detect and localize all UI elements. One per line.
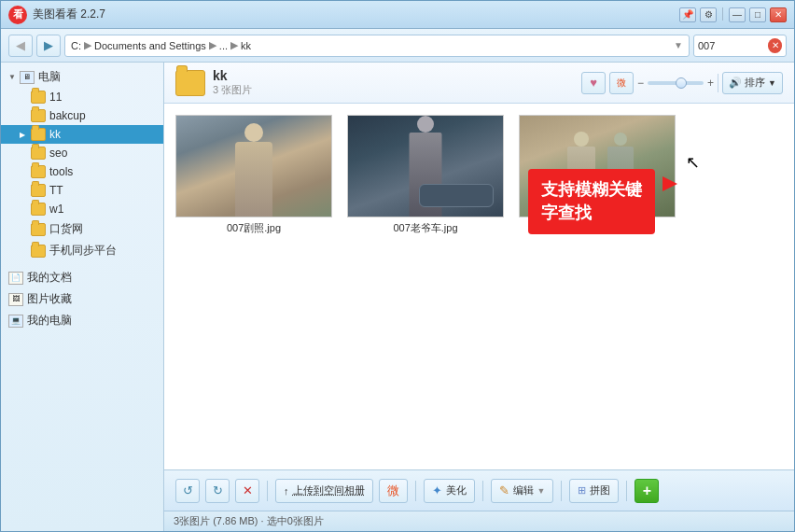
main-window: 看 美图看看 2.2.7 📌 ⚙ — □ ✕ ◀ ▶ C: ▶ Document… xyxy=(0,0,795,532)
bottom-toolbar: ↺ ↻ ✕ ↑ 上传到空间相册 微 ✦ 美化 ✎ xyxy=(164,469,794,511)
sidebar-item-tools[interactable]: tools xyxy=(1,162,163,181)
sidebar-item-label: 我的文档 xyxy=(27,270,72,286)
image-thumb-2 xyxy=(347,115,504,217)
breadcrumb-docs: Documents and Settings xyxy=(94,40,206,51)
back-button[interactable]: ◀ xyxy=(8,35,33,57)
folder-count: 3 张图片 xyxy=(213,83,252,97)
toolbar-forward-button[interactable]: ↻ xyxy=(205,479,230,503)
search-clear-button[interactable]: ✕ xyxy=(768,38,782,53)
breadcrumb-ellipsis: ... xyxy=(219,40,228,51)
beautify-label: 美化 xyxy=(446,483,467,497)
breadcrumb-bar[interactable]: C: ▶ Documents and Settings ▶ ... ▶ kk ▼ xyxy=(64,35,690,57)
folder-name: kk xyxy=(213,68,252,83)
sidebar-item-kk[interactable]: ▶ kk xyxy=(1,125,163,144)
sidebar-item-computer-label: 电脑 xyxy=(38,69,61,85)
sidebar-item-tt[interactable]: TT xyxy=(1,181,163,200)
sort-button[interactable]: 🔊 排序 ▼ xyxy=(722,72,783,94)
forward-button[interactable]: ▶ xyxy=(36,35,61,57)
folder-icon xyxy=(31,147,46,160)
tooltip-overlay: 支持模糊关键 字查找 ↖ xyxy=(528,169,655,234)
mosaic-label: 拼图 xyxy=(590,483,610,497)
tooltip-box: 支持模糊关键 字查找 xyxy=(528,169,655,234)
pin-button[interactable]: 📌 xyxy=(679,7,696,22)
sidebar-item-w1[interactable]: w1 xyxy=(1,200,163,218)
sidebar-item-computer[interactable]: ▼ 🖥 电脑 xyxy=(1,66,163,88)
sidebar-item-label: bakcup xyxy=(49,109,86,122)
sidebar-item-label: 图片收藏 xyxy=(27,291,72,307)
beautify-button[interactable]: ✦ 美化 xyxy=(424,479,475,503)
sidebar-item-kouhuo[interactable]: 口货网 xyxy=(1,218,163,240)
breadcrumb-sep2: ▶ xyxy=(209,39,216,51)
image-item-2[interactable]: 007老爷车.jpg xyxy=(347,115,504,235)
toolbar-sep2 xyxy=(415,481,416,501)
image-item-1[interactable]: 007剧照.jpg xyxy=(175,115,332,235)
folder-icon xyxy=(31,184,46,197)
toolbar-sep4 xyxy=(561,481,562,501)
sidebar-item-pic-favorites[interactable]: 🖼 图片收藏 xyxy=(1,288,163,310)
my-computer-icon: 💻 xyxy=(8,315,23,328)
toolbar-delete-button[interactable]: ✕ xyxy=(235,479,259,503)
upload-button[interactable]: ↑ 上传到空间相册 xyxy=(275,479,373,503)
upload-icon: ↑ xyxy=(284,485,289,497)
beautify-icon: ✦ xyxy=(432,483,442,497)
sidebar-item-label: 11 xyxy=(49,91,62,104)
expand-icon: ▼ xyxy=(8,73,16,81)
sidebar-item-label: w1 xyxy=(49,203,63,216)
navbar: ◀ ▶ C: ▶ Documents and Settings ▶ ... ▶ … xyxy=(1,29,794,63)
add-button[interactable]: + xyxy=(635,479,659,503)
upload-label: 上传到空间相册 xyxy=(293,483,365,497)
folder-icon xyxy=(31,203,46,216)
edit-icon: ✎ xyxy=(499,483,509,497)
maximize-button[interactable]: □ xyxy=(749,7,766,22)
sidebar-item-seo[interactable]: seo xyxy=(1,144,163,162)
weibo-share-button[interactable]: 微 xyxy=(609,72,634,94)
edit-label: 编辑 xyxy=(513,483,534,497)
weibo-icon: 微 xyxy=(387,483,399,499)
tooltip-line2: 字查找 xyxy=(541,202,642,225)
sidebar-item-label: seo xyxy=(49,147,67,160)
toolbar-sep1 xyxy=(267,481,268,501)
sidebar-item-label: TT xyxy=(49,184,63,197)
sidebar-item-mobile-sync[interactable]: 手机同步平台 xyxy=(1,240,163,261)
minimize-button[interactable]: — xyxy=(729,7,746,22)
window-controls: 📌 ⚙ — □ ✕ xyxy=(679,7,787,22)
breadcrumb-kk: kk xyxy=(241,40,251,51)
sidebar-item-label: 手机同步平台 xyxy=(49,243,117,259)
sidebar-item-label: 口货网 xyxy=(49,221,83,237)
mosaic-button[interactable]: ⊞ 拼图 xyxy=(569,479,619,503)
settings-button[interactable]: ⚙ xyxy=(700,7,717,22)
slider-thumb xyxy=(676,77,687,89)
breadcrumb-sep3: ▶ xyxy=(230,39,238,51)
folder-big-icon xyxy=(175,70,205,96)
sidebar-item-label: tools xyxy=(49,165,73,178)
folder-actions: ♥ 微 − + 🔊 排序 ▼ xyxy=(581,72,783,94)
toolbar-back-button[interactable]: ↺ xyxy=(175,479,200,503)
zoom-slider[interactable] xyxy=(648,81,704,85)
sidebar-item-11[interactable]: 11 xyxy=(1,88,163,106)
sidebar-item-my-docs[interactable]: 📄 我的文档 xyxy=(1,267,163,288)
folder-icon xyxy=(31,245,46,258)
sidebar-item-my-computer[interactable]: 💻 我的电脑 xyxy=(1,310,163,331)
weibo-button[interactable]: 微 xyxy=(379,479,408,503)
edit-button[interactable]: ✎ 编辑 ▼ xyxy=(491,479,554,503)
sidebar-item-bakcup[interactable]: bakcup xyxy=(1,106,163,125)
status-text: 3张图片 (7.86 MB) · 选中0张图片 xyxy=(174,514,324,528)
zoom-minus[interactable]: − xyxy=(637,77,644,90)
zoom-plus[interactable]: + xyxy=(707,77,714,90)
breadcrumb-dropdown[interactable]: ▼ xyxy=(674,40,683,50)
folder-icon xyxy=(31,223,46,236)
titlebar: 看 美图看看 2.2.7 📌 ⚙ — □ ✕ xyxy=(1,1,794,29)
search-bar: ✕ xyxy=(693,35,787,57)
folder-icon xyxy=(31,128,46,141)
content-area: ▼ 🖥 电脑 11 bakcup ▶ kk xyxy=(1,63,794,531)
toolbar-sep5 xyxy=(626,481,627,501)
search-input[interactable] xyxy=(698,40,768,51)
tooltip-line1: 支持模糊关键 xyxy=(541,178,642,202)
image-label-1: 007剧照.jpg xyxy=(227,221,281,235)
heart-button[interactable]: ♥ xyxy=(581,72,606,94)
image-label-2: 007老爷车.jpg xyxy=(393,221,457,235)
breadcrumb-sep1: ▶ xyxy=(84,39,91,51)
sort-dropdown-icon: ▼ xyxy=(768,78,776,88)
toolbar-sep3 xyxy=(482,481,483,501)
close-button[interactable]: ✕ xyxy=(770,7,787,22)
